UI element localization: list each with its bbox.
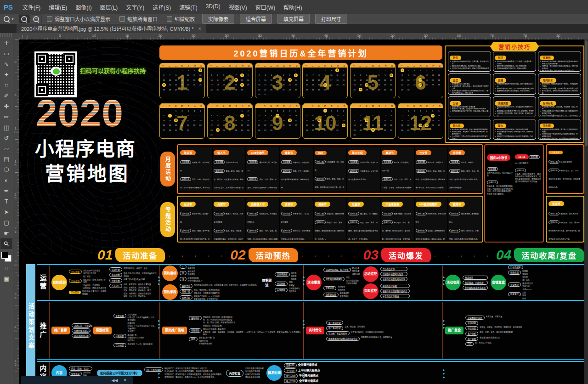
zoom-out-button[interactable]: − bbox=[31, 14, 42, 23]
branch-label: 免费流量 bbox=[113, 314, 126, 318]
foreground-color-swatch[interactable] bbox=[1, 252, 8, 259]
calendar-day: 30 bbox=[181, 89, 183, 91]
tip-text: 个人号裂变，引荐人员送礼与新粉连接积分的奖金引导玩法 bbox=[452, 136, 489, 140]
divider-arrows: ➤➤➤ bbox=[158, 368, 164, 379]
calendar-weekday-header: 一二三四五六日 bbox=[303, 63, 347, 68]
lasso-tool[interactable]: ∿ bbox=[0, 59, 12, 69]
mindmap-branch: 客户分析新客、老客、会员、成交用户等维度数据 bbox=[465, 331, 522, 336]
crop-tool[interactable]: ⌗ bbox=[0, 80, 12, 90]
scrollbar-thumb[interactable] bbox=[585, 40, 588, 146]
mindmap-branch: 付费流量朋友圈广告自媒体及公众号合作网红达人 bbox=[113, 334, 158, 342]
menu-item-滤镜(T)[interactable]: 滤镜(T) bbox=[175, 1, 201, 13]
document-tab[interactable]: 2020小程序电商营销地图.jpg @ 12.5% (扫码可以获得小程序扶持, … bbox=[17, 24, 206, 33]
blur-tool[interactable]: ❍ bbox=[0, 164, 12, 175]
path-selection-tool[interactable]: ➤ bbox=[0, 207, 12, 217]
calendar-day: 23 bbox=[413, 124, 415, 126]
weekday: 一 bbox=[160, 64, 166, 67]
brush-tool[interactable]: ✏ bbox=[0, 112, 12, 122]
calendar-day: 4 bbox=[194, 69, 195, 72]
event-card-年中大促: 年中大促活动主题年中狂欢购，惊喜6.18适用行业全品类重点，是年中优惠力度最强的… bbox=[347, 147, 380, 192]
mindmap-column: 预热推广策略蓄客获取营销活动：砍价拼团，裂变传播活动秒 杀：利用限时特价造势传播… bbox=[162, 316, 301, 345]
menu-item-图像(I)[interactable]: 图像(I) bbox=[71, 1, 96, 13]
checkbox-label: 调整窗口大小以满屏显示 bbox=[55, 15, 110, 23]
tag-theme: 活动主题 bbox=[348, 212, 359, 215]
move-tool[interactable]: ✛ bbox=[0, 38, 12, 48]
menu-item-选择(S)[interactable]: 选择(S) bbox=[148, 1, 175, 13]
checkbox-缩放所有窗口[interactable]: 缩放所有窗口 bbox=[119, 15, 158, 23]
document-canvas[interactable]: 扫码可以获得小程序扶持 2020 小程序电商 营销地图 2020营销日历&全年营… bbox=[19, 40, 584, 384]
item: 自媒体及公众号合作 bbox=[128, 337, 144, 339]
dodge-tool[interactable]: ◐ bbox=[0, 175, 12, 186]
panel-grip[interactable] bbox=[0, 33, 13, 37]
zoom-tool[interactable]: ⚲ bbox=[0, 238, 12, 249]
quick-mask-button[interactable]: ◌ bbox=[0, 263, 12, 273]
calendar-weekday-header: 一二三四五六日 bbox=[208, 63, 252, 68]
item: 各渠道流量转化数据评估 bbox=[480, 337, 500, 339]
event-theme: 活动主题世界读书日，『4.23』好书推荐 bbox=[281, 208, 312, 225]
calendar-month-11: 一二三四五六日111234567891011121314151617181920… bbox=[350, 103, 396, 139]
menu-item-文字(Y)[interactable]: 文字(Y) bbox=[122, 1, 148, 13]
hand-tool[interactable]: ☛ bbox=[0, 228, 12, 238]
healing-brush-tool[interactable]: ✚ bbox=[0, 101, 12, 112]
item: 有价值的干货内容 bbox=[245, 370, 264, 373]
calendar-day: 31 bbox=[187, 129, 189, 131]
rewind-icon[interactable]: ◀◀ bbox=[112, 378, 118, 383]
event-theme: 活动主题白色情人节，不可错过的回礼日 bbox=[247, 208, 278, 225]
close-icon[interactable]: ✕ bbox=[123, 378, 127, 383]
magic-wand-tool[interactable]: ✦ bbox=[0, 69, 12, 80]
calendar-day: 2 bbox=[414, 110, 415, 112]
menu-item-帮助(H)[interactable]: 帮助(H) bbox=[279, 1, 306, 13]
eyedropper-tool[interactable]: ✐ bbox=[0, 90, 12, 101]
calendar-month-2: 一二三四五六日212345678910111213141516171819202… bbox=[207, 63, 253, 98]
calendar-day: 19 bbox=[426, 79, 428, 81]
type-tool[interactable]: T bbox=[0, 196, 12, 207]
tag-industry: 适用行业 bbox=[247, 229, 258, 232]
eraser-tool[interactable]: ▱ bbox=[0, 143, 12, 154]
calendar-day: 2 bbox=[331, 110, 332, 112]
calendar-day: 15 bbox=[241, 79, 243, 81]
event-theme: 活动主题来一场『清凉盛典』，清凉一夏 bbox=[382, 157, 413, 173]
button-适合屏幕[interactable]: 适合屏幕 bbox=[240, 14, 272, 24]
screen-mode-button[interactable]: ▣ bbox=[0, 273, 12, 284]
checkbox-细微缩放[interactable]: 细微缩放 bbox=[167, 15, 195, 23]
checkbox-调整窗口大小以满屏显示[interactable]: 调整窗口大小以满屏显示 bbox=[47, 15, 110, 23]
calendar-day: 27 bbox=[306, 89, 308, 91]
menu-item-视图(V)[interactable]: 视图(V) bbox=[225, 1, 251, 13]
menu-item-图层(L)[interactable]: 图层(L) bbox=[96, 1, 122, 13]
menu-item-3D(D)[interactable]: 3D(D) bbox=[202, 1, 225, 13]
color-swatches[interactable] bbox=[0, 251, 12, 263]
tab-close-icon[interactable]: × bbox=[198, 26, 201, 31]
button-打印尺寸[interactable]: 打印尺寸 bbox=[315, 14, 347, 24]
clone-stamp-tool[interactable]: ◫ bbox=[0, 122, 12, 133]
calendar-day: 16 bbox=[271, 119, 272, 122]
calendar-day: 14 bbox=[235, 119, 237, 122]
button-实际像素[interactable]: 实际像素 bbox=[202, 14, 234, 24]
menu-item-编辑(E)[interactable]: 编辑(E) bbox=[45, 1, 71, 13]
horizontal-ruler[interactable]: 5101520253035404550556065707580 bbox=[19, 33, 588, 40]
history-brush-tool[interactable]: ↺ bbox=[0, 133, 12, 143]
menu-item-文件(F)[interactable]: 文件(F) bbox=[18, 1, 45, 13]
mindmap-cluster: 预热推广策略蓄客获取营销活动：砍价拼团，裂变传播活动秒 杀：利用限时特价造势传播… bbox=[162, 316, 301, 345]
item: 积分类权益发放或返场 bbox=[463, 286, 488, 290]
tip-card-秒杀: 秒杀设置高性价比商品限时秒杀，引爆流量，秒·杀场/引流品搭配3-5款引流款商品，… bbox=[448, 51, 491, 72]
calendar-day: 20 bbox=[283, 84, 284, 86]
tip-bullet: 引导晒单好评返券，沉淀口碑，生成晒图『奖品』页面 bbox=[540, 106, 579, 111]
tip-label: 优惠券 bbox=[540, 56, 554, 60]
magic-wand-tool-icon: ✦ bbox=[4, 71, 9, 78]
shape-tool[interactable]: ▢ bbox=[0, 217, 12, 228]
vertical-scrollbar[interactable] bbox=[584, 40, 588, 384]
weekday: 六 bbox=[335, 105, 341, 107]
gradient-tool[interactable]: ▤ bbox=[0, 154, 12, 164]
vertical-ruler[interactable]: 051015202530354045 bbox=[13, 40, 20, 384]
calendar-day: 12 bbox=[223, 79, 225, 81]
current-tool-slot[interactable]: ▼ bbox=[0, 14, 18, 24]
calendar-day: 26 bbox=[371, 128, 375, 132]
calendar-day: 13 bbox=[163, 79, 164, 81]
menu-item-窗口(W)[interactable]: 窗口(W) bbox=[251, 1, 279, 13]
rectangular-marquee-tool[interactable]: ▭ bbox=[0, 48, 12, 59]
item: 浏览转化 bbox=[289, 290, 300, 293]
button-填充屏幕[interactable]: 填充屏幕 bbox=[277, 14, 310, 24]
item: 收藏量 bbox=[289, 284, 294, 287]
zoom-in-button[interactable]: + bbox=[19, 14, 30, 23]
pen-tool[interactable]: ✒ bbox=[0, 186, 12, 196]
